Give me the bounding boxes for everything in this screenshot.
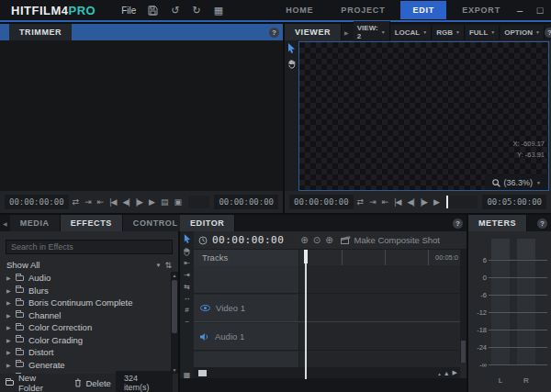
- snapshot-button[interactable]: ▤: [158, 196, 171, 208]
- maximize-button[interactable]: □: [533, 5, 547, 16]
- play-button[interactable]: ▶: [146, 196, 157, 208]
- effects-scrollbar[interactable]: ▲ ▼: [171, 272, 178, 374]
- effects-filter-dropdown[interactable]: Show All ▼ ⇅: [0, 258, 178, 272]
- go-to-start-button[interactable]: |◀: [391, 196, 403, 208]
- make-composite-shot-button[interactable]: Make Composite Shot: [341, 235, 440, 245]
- tab-scroll-left-icon[interactable]: ◀: [0, 220, 10, 227]
- step-back-button[interactable]: ◀|: [405, 196, 417, 208]
- main-nav-tab[interactable]: PROJECT: [329, 1, 397, 19]
- expand-arrow-icon[interactable]: ▶: [6, 349, 11, 355]
- step-back-button[interactable]: ◀|: [120, 196, 132, 208]
- save-icon[interactable]: [141, 4, 164, 17]
- viewer-dropdown[interactable]: OPTION▼: [500, 26, 545, 39]
- file-menu[interactable]: File: [116, 3, 141, 18]
- main-nav-tab[interactable]: EXPORT: [450, 1, 512, 19]
- editor-tool-icon[interactable]: ⇥: [184, 272, 190, 280]
- expand-arrow-icon[interactable]: ▶: [6, 287, 11, 294]
- zoom-in-icon[interactable]: ▲: [444, 370, 450, 376]
- scroll-right-icon[interactable]: ▶: [453, 369, 457, 376]
- main-nav-tab[interactable]: HOME: [274, 1, 325, 19]
- search-input[interactable]: [6, 240, 173, 254]
- set-in-point-button[interactable]: ⇤: [95, 196, 107, 208]
- loop-playback-button[interactable]: ⇄: [70, 196, 82, 208]
- effects-folder-row[interactable]: ▶ Color Correction: [0, 321, 171, 334]
- effects-folder-row[interactable]: ▶ Audio: [0, 272, 171, 285]
- set-out-point-button[interactable]: ⇥: [366, 196, 378, 208]
- editor-tool-icon[interactable]: ↔: [184, 295, 191, 303]
- help-icon[interactable]: ?: [545, 28, 551, 38]
- effects-folder-row[interactable]: ▶ Boris Continuum Complete: [0, 297, 171, 309]
- expand-arrow-icon[interactable]: ▶: [6, 312, 11, 319]
- scroll-down-icon[interactable]: ▼: [173, 366, 177, 374]
- viewer-dropdown[interactable]: VIEW: 2▼: [354, 21, 390, 43]
- viewer-dropdown[interactable]: FULL▼: [466, 26, 500, 39]
- undo-icon[interactable]: ↺: [164, 4, 186, 17]
- in-point-circle-icon[interactable]: ⊕: [300, 235, 308, 245]
- delete-button[interactable]: Delete: [85, 378, 110, 388]
- editor-timecode[interactable]: 00:00:00:00: [212, 234, 284, 246]
- center-circle-icon[interactable]: ⊙: [313, 235, 320, 245]
- meters-tab[interactable]: METERS: [468, 215, 527, 231]
- effects-tab[interactable]: MEDIA: [10, 215, 61, 231]
- expand-arrow-icon[interactable]: ▶: [6, 337, 11, 343]
- effects-folder-row[interactable]: ▶ Color Grading: [0, 334, 171, 347]
- effects-folder-row[interactable]: ▶ Distort: [0, 346, 171, 359]
- tab-overflow-arrow[interactable]: ▶: [342, 29, 352, 36]
- hand-tool-icon[interactable]: [287, 59, 297, 69]
- select-tool-icon[interactable]: [184, 234, 191, 243]
- hand-tool-icon[interactable]: [183, 247, 191, 256]
- step-forward-button[interactable]: |▶: [133, 196, 145, 208]
- scrollbar-thumb[interactable]: [198, 370, 207, 376]
- effects-folder-row[interactable]: ▶ Blurs: [0, 285, 171, 297]
- viewer-dropdown[interactable]: LOCAL▼: [391, 26, 433, 39]
- viewer-canvas[interactable]: X: -609.17 Y: -63.91 (36.3%) ▼: [298, 41, 549, 191]
- editor-tool-icon[interactable]: ⇆: [184, 284, 190, 292]
- select-tool-icon[interactable]: [287, 43, 296, 53]
- effects-folder-row[interactable]: ▶ Channel: [0, 309, 171, 322]
- viewer-tab[interactable]: VIEWER: [285, 24, 342, 40]
- scrollbar-thumb[interactable]: [461, 341, 466, 363]
- visibility-eye-icon[interactable]: [200, 305, 210, 311]
- go-to-start-button[interactable]: |◀: [107, 196, 118, 208]
- main-nav-tab[interactable]: EDIT: [400, 1, 446, 19]
- trimmer-seek-bar[interactable]: [188, 196, 209, 208]
- video-track-header[interactable]: Video 1: [194, 295, 299, 321]
- video-track-lane[interactable]: [299, 295, 460, 321]
- set-in-point-button[interactable]: ⇤: [379, 196, 391, 208]
- timeline-horizontal-scrollbar[interactable]: ▴ ▲ ▶: [194, 367, 460, 378]
- set-out-point-button[interactable]: ⇥: [82, 196, 94, 208]
- editor-tool-icon[interactable]: ⇤: [184, 260, 190, 268]
- new-folder-button[interactable]: New Folder: [18, 373, 62, 392]
- workspace-grid-icon[interactable]: ▦: [208, 4, 230, 17]
- effects-tab[interactable]: EFFECTS: [61, 215, 123, 231]
- redo-icon[interactable]: ↻: [186, 4, 208, 17]
- viewer-seek-bar[interactable]: [446, 196, 478, 208]
- minimize-button[interactable]: –: [512, 5, 527, 16]
- editor-tab[interactable]: EDITOR: [180, 215, 235, 231]
- audio-track-header[interactable]: Audio 1: [194, 323, 299, 350]
- speaker-icon[interactable]: [200, 333, 209, 341]
- editor-tool-icon[interactable]: #: [185, 307, 188, 315]
- playhead-marker[interactable]: [305, 250, 307, 379]
- audio-track-lane[interactable]: [299, 323, 460, 350]
- timeline-ruler[interactable]: 00:05:0: [299, 250, 467, 265]
- zoom-out-icon[interactable]: ▴: [438, 371, 441, 376]
- play-button[interactable]: ▶: [431, 196, 442, 208]
- help-icon[interactable]: ?: [453, 218, 463, 229]
- viewer-dropdown[interactable]: RGB▼: [433, 26, 465, 39]
- out-point-circle-icon[interactable]: ⊕: [325, 235, 332, 245]
- scroll-up-icon[interactable]: ▲: [173, 272, 177, 279]
- loop-playback-button[interactable]: ⇄: [354, 196, 366, 208]
- viewer-zoom-control[interactable]: (36.3%) ▼: [485, 175, 548, 190]
- effects-tab[interactable]: CONTROL: [123, 215, 189, 231]
- timeline-vertical-scrollbar[interactable]: [460, 250, 467, 363]
- trimmer-tab[interactable]: TRIMMER: [9, 24, 72, 40]
- expand-arrow-icon[interactable]: ▶: [6, 362, 11, 368]
- scrollbar-thumb[interactable]: [172, 280, 177, 333]
- help-icon[interactable]: ?: [537, 218, 547, 229]
- help-icon[interactable]: ?: [269, 28, 279, 38]
- expand-arrow-icon[interactable]: ▶: [6, 299, 11, 306]
- export-frame-button[interactable]: ▣: [171, 196, 184, 208]
- editor-tool-icon[interactable]: ~: [185, 319, 189, 327]
- effects-folder-row[interactable]: ▶ Generate: [0, 359, 171, 372]
